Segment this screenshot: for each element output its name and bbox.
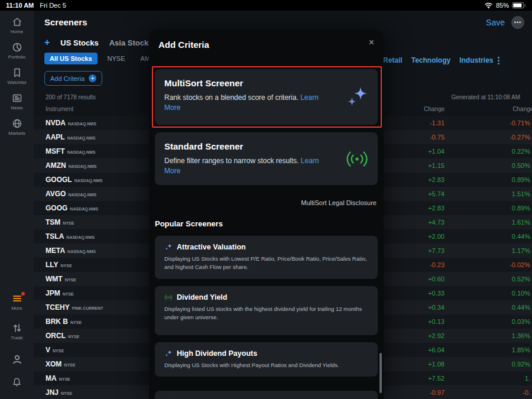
instrument-symbol: JNJ	[46, 388, 59, 397]
change-value: +4.73	[428, 219, 445, 226]
category-filter-links: RetailTechnologyIndustries	[383, 56, 499, 64]
popular-screener-header: High Dividend Payouts	[164, 349, 368, 358]
add-criteria-button[interactable]: Add Criteria +	[44, 71, 102, 86]
home-icon	[12, 17, 22, 27]
instrument-exchange: NYSE	[53, 349, 64, 353]
instrument-symbol: NVDA	[46, 119, 66, 127]
popular-screener-title: High Dividend Payouts	[177, 349, 257, 358]
popular-screener-title: Dividend Yield	[177, 293, 227, 301]
instrument-exchange: NYSE	[63, 292, 74, 296]
popular-screener-card-dividend-yield[interactable]: Dividend YieldDisplaying listed US stock…	[155, 286, 378, 335]
filter-link-retail[interactable]: Retail	[383, 56, 403, 64]
battery-percent: 85%	[496, 2, 509, 9]
instrument-exchange: NYSE	[61, 391, 72, 395]
change-pct-value: 1.61%	[512, 219, 530, 226]
instrument-symbol: XOM	[46, 360, 61, 368]
instrument-cell: VNYSE	[46, 346, 64, 354]
popular-screener-header: Attractive Valuation	[164, 243, 368, 251]
sidebar-item-portfolio[interactable]: Portfolio	[0, 42, 34, 60]
tab-asia-stocks[interactable]: Asia Stocks	[109, 38, 153, 47]
popular-screener-description: Displaying listed US stocks with the hig…	[164, 305, 368, 322]
watchlist-icon	[12, 67, 22, 78]
change-pct-value: 0.92%	[512, 361, 530, 368]
exchange-filter-pills: All US StocksNYSEAMEX	[44, 53, 164, 64]
instrument-symbol: WMT	[46, 275, 63, 283]
overflow-menu-button[interactable]: •••	[511, 16, 524, 29]
sidebar-item-label: More	[11, 306, 22, 311]
change-pct-value: 1.36%	[512, 332, 530, 339]
instrument-exchange: NASDAQ.NMS	[68, 122, 96, 126]
sidebar-item-trade[interactable]: Trade	[0, 323, 34, 340]
sidebar-item-label: News	[11, 105, 22, 111]
sidebar-item-home[interactable]: Home	[0, 17, 34, 34]
multisort-screener-card[interactable]: MultiSort Screener Rank stocks on a blen…	[155, 69, 378, 125]
change-value: -0.97	[430, 389, 445, 396]
instrument-exchange: NASDAQ.NMS	[66, 235, 95, 239]
column-header-change-pct[interactable]: Change %	[512, 106, 532, 112]
change-value: +6.04	[428, 346, 445, 353]
sidebar-item-label: Home	[11, 29, 23, 34]
instrument-symbol: BRK B	[46, 317, 68, 326]
change-value: -0.75	[430, 134, 445, 141]
popular-screener-card-high-growth-characteristics[interactable]: High Growth Characteristics	[155, 391, 378, 399]
change-pct-value: 0.10%	[512, 290, 530, 297]
save-button[interactable]: Save	[486, 18, 505, 27]
instrument-exchange: NASDAQ.NMS	[68, 193, 96, 197]
popular-screener-card-high-dividend-payouts[interactable]: High Dividend PayoutsDisplaying US Stock…	[155, 342, 378, 377]
instrument-cell: GOOGNASDAQ.NMS	[46, 204, 98, 212]
instrument-symbol: GOOGL	[46, 176, 72, 184]
popular-screener-card-attractive-valuation[interactable]: Attractive ValuationDisplaying US Stocks…	[155, 236, 378, 279]
add-tab-button[interactable]: +	[44, 37, 50, 48]
close-icon[interactable]: ×	[369, 37, 374, 48]
change-pct-value: -0.71%	[510, 119, 530, 126]
standard-screener-description: Define filter ranges to narrow stock res…	[164, 156, 368, 176]
instrument-exchange: NYSE	[64, 363, 75, 367]
change-pct-value: 1.17%	[512, 247, 530, 254]
sidebar-item-news[interactable]: News	[0, 93, 34, 111]
column-header-change[interactable]: Change	[424, 106, 445, 112]
instrument-cell: AAPLNASDAQ.NMS	[46, 133, 96, 141]
sidebar-item-label: Portfolio	[8, 54, 25, 60]
clock-date: Fri Dec 5	[40, 2, 66, 9]
person-icon	[11, 353, 23, 365]
popular-screener-header: Dividend Yield	[164, 293, 368, 301]
tab-us-stocks[interactable]: US Stocks	[60, 38, 98, 47]
change-pct-value: 0.89%	[512, 205, 530, 212]
generated-timestamp: Generated at 11:10:08 AM	[451, 94, 520, 100]
change-value: +2.83	[428, 176, 445, 183]
change-value: +7.52	[428, 375, 445, 382]
filter-link-technology[interactable]: Technology	[411, 56, 450, 64]
filter-pill-all-us-stocks[interactable]: All US Stocks	[44, 53, 98, 64]
notifications-button[interactable]	[0, 377, 34, 387]
portfolio-icon	[12, 42, 22, 53]
modal-scrollbar[interactable]	[379, 353, 382, 393]
change-pct-value: 0.50%	[512, 162, 530, 169]
change-pct-value: 0.22%	[512, 148, 530, 155]
instrument-symbol: TCEHY	[46, 303, 70, 312]
filter-link-label: Technology	[411, 56, 450, 64]
instrument-exchange: NYSE	[65, 278, 76, 282]
filter-link-label: Retail	[383, 56, 403, 64]
standard-screener-card[interactable]: Standard Screener Define filter ranges t…	[155, 132, 378, 185]
change-pct-value: 1.	[525, 375, 530, 382]
instrument-cell: JPMNYSE	[46, 289, 74, 297]
change-value: +1.15	[428, 162, 445, 169]
instrument-cell: BRK BNYSE	[46, 317, 82, 326]
change-value: -0.23	[430, 261, 445, 268]
profile-button[interactable]	[0, 353, 34, 365]
filter-link-industries[interactable]: Industries	[459, 56, 499, 64]
sidebar-item-markets[interactable]: Markets	[0, 118, 34, 136]
sidebar-item-more[interactable]: More	[0, 293, 34, 311]
instrument-exchange: NASDAQ.NMS	[74, 179, 103, 183]
signal-icon	[345, 147, 369, 171]
filter-pill-nyse[interactable]: NYSE	[102, 53, 131, 64]
sidebar-item-watchlist[interactable]: Watchlist	[0, 67, 34, 85]
instrument-cell: AMZNNASDAQ.NMS	[46, 161, 97, 170]
change-value: +2.92	[428, 332, 445, 339]
column-header-instrument[interactable]: Instrument	[46, 106, 73, 112]
instrument-cell: XOMNYSE	[46, 360, 75, 368]
instrument-symbol: GOOG	[46, 204, 67, 212]
legal-disclosure-link[interactable]: MultiSort Legal Disclosure	[155, 199, 378, 206]
change-value: +0.34	[428, 304, 445, 311]
change-value: +0.13	[428, 318, 445, 325]
